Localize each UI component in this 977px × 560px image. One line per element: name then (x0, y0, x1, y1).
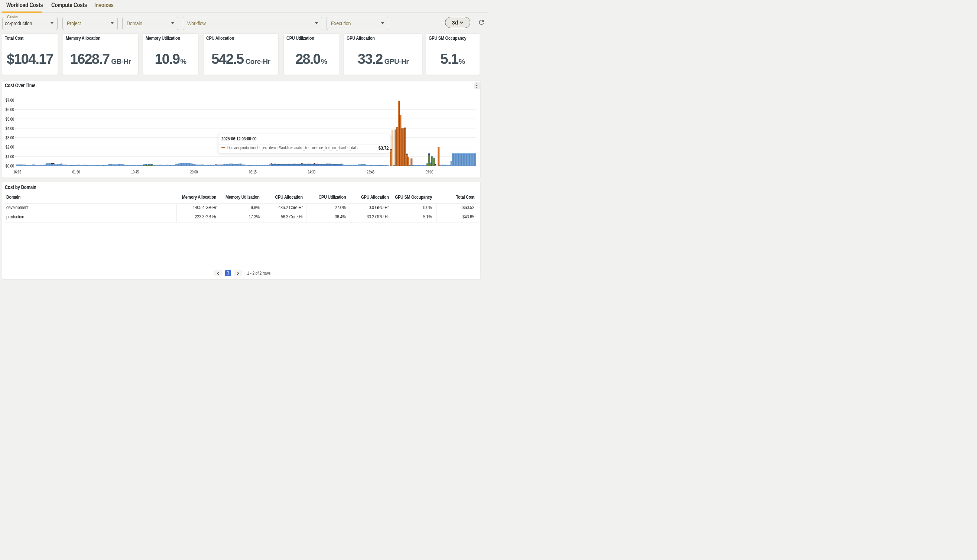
svg-text:$7.00: $7.00 (5, 97, 14, 102)
svg-text:10:45: 10:45 (131, 169, 139, 174)
svg-text:16:15: 16:15 (13, 169, 21, 174)
svg-text:09:00: 09:00 (426, 169, 433, 174)
svg-text:$6.00: $6.00 (5, 107, 14, 112)
svg-text:20:00: 20:00 (190, 169, 198, 174)
svg-text:$4.00: $4.00 (5, 125, 14, 131)
svg-text:$2.00: $2.00 (5, 145, 14, 150)
svg-text:14:30: 14:30 (308, 169, 316, 174)
svg-text:05:15: 05:15 (249, 169, 257, 174)
svg-text:01:30: 01:30 (72, 169, 80, 174)
svg-text:23:45: 23:45 (367, 169, 375, 174)
svg-text:$3.00: $3.00 (5, 135, 14, 140)
svg-text:$0.00: $0.00 (5, 163, 14, 168)
svg-text:$1.00: $1.00 (5, 154, 14, 159)
svg-text:$5.00: $5.00 (5, 116, 14, 122)
